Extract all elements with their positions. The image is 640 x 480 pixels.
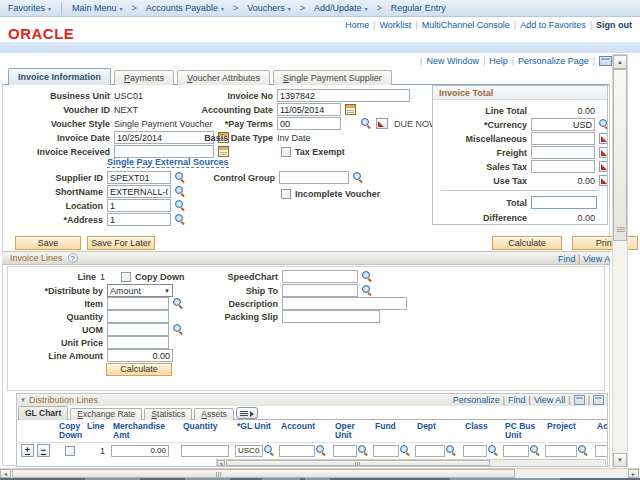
download-grid-icon[interactable] (593, 395, 604, 405)
ship-to-lookup-icon[interactable] (362, 285, 373, 296)
favorites-menu[interactable]: Favorites ▾ (0, 3, 59, 13)
unit-price-field[interactable] (107, 336, 169, 349)
pay-terms-field[interactable] (277, 117, 341, 130)
table-scrollbar-thumb[interactable] (226, 460, 490, 466)
view-all-link[interactable]: View All (534, 395, 565, 405)
breadcrumb-add-update[interactable]: Add/Update ▾ (306, 3, 376, 13)
tax-exempt-checkbox[interactable] (281, 147, 291, 157)
scroll-left-arrow[interactable]: ◄ (0, 469, 11, 478)
control-group-lookup-icon[interactable] (353, 172, 364, 183)
breadcrumb-accounts-payable[interactable]: Accounts Payable ▾ (138, 3, 232, 13)
quantity-field[interactable] (107, 310, 169, 323)
column-header[interactable]: Account (278, 420, 332, 442)
help-icon[interactable]: ? (68, 253, 78, 263)
print-button[interactable]: Print (572, 236, 638, 250)
column-header[interactable]: Fund (372, 420, 414, 442)
description-field[interactable] (282, 297, 407, 310)
column-header[interactable]: Dept (414, 420, 462, 442)
new-window-link[interactable]: New Window (426, 56, 479, 66)
tab-gl-chart[interactable]: GL Chart (18, 406, 68, 420)
column-header[interactable]: Quantity (180, 420, 234, 442)
oper-unit-lookup-icon[interactable] (358, 445, 369, 456)
tab-invoice-information[interactable]: Invoice Information (8, 68, 111, 85)
save-for-later-button[interactable]: Save For Later (87, 236, 155, 250)
page-vscrollbar-thumb[interactable] (613, 69, 627, 241)
dept-lookup-icon[interactable] (446, 445, 457, 456)
dept-field[interactable] (415, 445, 445, 457)
shortname-field[interactable] (107, 185, 171, 198)
column-header[interactable]: Copy Down (56, 420, 84, 442)
column-header[interactable]: PC Bus Unit (502, 420, 544, 442)
class-lookup-icon[interactable] (488, 445, 499, 456)
distribute-by-select[interactable]: Amount ▼ (107, 284, 173, 297)
scroll-up-arrow[interactable]: ▲ (613, 55, 627, 69)
column-header[interactable]: Class (462, 420, 502, 442)
sign-out-link[interactable]: Sign out (596, 20, 632, 30)
find-link[interactable]: Find (558, 254, 576, 264)
column-header[interactable]: *GL Unit (234, 420, 278, 442)
miscellaneous-field[interactable] (531, 132, 595, 145)
multichannel-console-link[interactable]: MultiChannel Console (422, 20, 510, 30)
tab-payments[interactable]: Payments (114, 70, 174, 85)
home-link[interactable]: Home (345, 20, 369, 30)
invoice-no-field[interactable] (277, 89, 410, 102)
column-header[interactable]: Activity (594, 420, 607, 442)
speedchart-lookup-icon[interactable] (362, 271, 373, 282)
accounting-date-field[interactable] (277, 103, 341, 116)
incomplete-voucher-checkbox[interactable] (281, 189, 291, 199)
personalize-page-link[interactable]: Personalize Page (518, 56, 589, 66)
help-link[interactable]: Help (489, 56, 508, 66)
total-field[interactable] (531, 196, 597, 209)
personalize-layout-icon[interactable] (599, 56, 612, 66)
calendar-icon[interactable] (345, 104, 356, 115)
merchandise-amt-field[interactable] (111, 445, 169, 457)
row-copy-down-checkbox[interactable] (65, 446, 75, 456)
ship-to-field[interactable] (282, 284, 358, 297)
miscellaneous-detail-icon[interactable] (599, 133, 608, 144)
address-lookup-icon[interactable] (175, 214, 186, 225)
worklist-link[interactable]: Worklist (380, 20, 412, 30)
page-hscrollbar-thumb[interactable] (12, 469, 515, 478)
main-menu[interactable]: Main Menu ▾ (64, 3, 131, 13)
item-field[interactable] (107, 297, 169, 310)
account-field[interactable] (279, 445, 315, 457)
column-header[interactable]: Oper Unit (332, 420, 372, 442)
breadcrumb-vouchers[interactable]: Vouchers ▾ (239, 3, 299, 13)
pay-terms-lookup-icon[interactable] (361, 118, 372, 129)
personalize-link[interactable]: Personalize (453, 395, 500, 405)
save-button[interactable]: Save (15, 236, 81, 250)
copy-down-checkbox[interactable] (121, 272, 131, 282)
account-lookup-icon[interactable] (316, 445, 327, 456)
gl-unit-lookup-icon[interactable] (264, 445, 275, 456)
oper-unit-field[interactable] (333, 445, 357, 457)
add-row-button[interactable]: + (21, 444, 34, 457)
add-to-favorites-link[interactable]: Add to Favorites (520, 20, 586, 30)
currency-lookup-icon[interactable] (599, 119, 608, 130)
column-header[interactable]: Line (84, 420, 110, 442)
currency-field[interactable] (531, 118, 595, 131)
column-header[interactable]: Merchandise Amt (110, 420, 180, 442)
class-field[interactable] (463, 445, 487, 457)
scroll-down-arrow[interactable]: ▼ (613, 453, 627, 467)
project-field[interactable] (545, 445, 577, 457)
location-field[interactable] (107, 199, 171, 212)
sales-tax-field[interactable] (531, 160, 595, 173)
gl-unit-field[interactable] (235, 445, 263, 457)
tab-exchange-rate[interactable]: Exchange Rate (70, 408, 142, 420)
speedchart-field[interactable] (282, 270, 358, 283)
popout-grid-icon[interactable] (574, 395, 585, 405)
fund-field[interactable] (373, 445, 399, 457)
pc-bus-unit-field[interactable] (503, 445, 529, 457)
row-quantity-field[interactable] (181, 445, 229, 457)
line-calculate-button[interactable]: Calculate (106, 363, 172, 376)
tab-voucher-attributes[interactable]: Voucher Attributes (177, 70, 270, 85)
pc-bus-unit-lookup-icon[interactable] (530, 445, 541, 456)
supplier-id-field[interactable] (107, 171, 171, 184)
scroll-left-arrow[interactable]: ◄ (217, 460, 225, 466)
tab-statistics[interactable]: Statistics (144, 408, 192, 420)
tab-assets[interactable]: Assets (194, 408, 234, 420)
tab-single-payment-supplier[interactable]: Single Payment Supplier (273, 70, 392, 85)
fund-lookup-icon[interactable] (400, 445, 411, 456)
uom-lookup-icon[interactable] (173, 324, 184, 335)
location-lookup-icon[interactable] (175, 200, 186, 211)
